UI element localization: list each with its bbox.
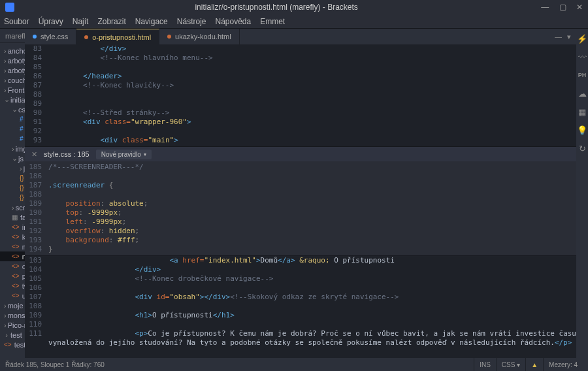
line-content[interactable]: } <box>48 245 576 254</box>
quick-edit-close-icon[interactable]: ✕ <box>31 150 37 159</box>
line-content[interactable]: left: -9999px; <box>48 218 576 227</box>
menu-najít[interactable]: Najít <box>73 17 89 26</box>
code-line[interactable]: vynaložená do jejího studování? Na tyto … <box>25 338 576 347</box>
file-modernizr-2.8.3-respond[interactable]: {}modernizr-2.8.3-respond <box>0 193 25 202</box>
tab-ukazky-kodu.html[interactable]: ukazky-kodu.html <box>159 29 240 44</box>
folder-js[interactable]: js <box>0 153 25 163</box>
file-prohlaseni-o-pristupnosti.h[interactable]: <>prohlaseni-o-pristupnosti.h <box>0 271 25 281</box>
line-content[interactable]: background: #fff; <box>48 236 576 245</box>
line-content[interactable]: <!--Střed stránky--> <box>48 108 576 118</box>
code-line[interactable]: 93 <div class="main"> <box>25 136 576 145</box>
line-content[interactable]: top: -9999px; <box>48 208 576 218</box>
code-line[interactable]: 90 <!--Střed stránky--> <box>25 108 576 118</box>
maximize-icon[interactable]: ▢ <box>559 3 566 12</box>
code-line[interactable]: 92 <box>25 127 576 136</box>
code-line[interactable]: 111 <p>Co je přístupnost? K čemu nám je … <box>25 329 576 338</box>
menu-nástroje[interactable]: Nástroje <box>177 17 206 26</box>
line-content[interactable] <box>48 145 576 146</box>
code-line[interactable]: 187.screenreader { <box>25 181 576 190</box>
code-line[interactable]: 83 </div> <box>25 44 576 54</box>
lint-warning-icon[interactable]: ▲ <box>525 358 543 371</box>
line-content[interactable]: <h1>O přístupnosti</h1> <box>48 311 576 320</box>
code-line[interactable]: 94 <box>25 145 576 146</box>
file-reset-grid-system.css[interactable]: #reset-grid-system.css <box>0 124 25 134</box>
code-line[interactable]: 192 overflow: hidden; <box>25 227 576 236</box>
line-content[interactable]: <a href="index.html">Domů</a> &raquo; O … <box>48 256 576 265</box>
folder-css[interactable]: css <box>0 105 25 114</box>
folder-monstra[interactable]: monstra <box>0 310 25 320</box>
code-line[interactable]: 193 background: #fff; <box>25 236 576 245</box>
code-line[interactable]: 91 <div class="wrapper-960"> <box>25 118 576 127</box>
indent-mode[interactable]: Mezery: 4 <box>543 358 583 371</box>
code-editor[interactable]: 83 </div>84 <!--Konec hlavního menu-->85… <box>25 44 576 146</box>
folder-Front-End-Development-Guide[interactable]: Front-End-Development-Guide <box>0 85 25 95</box>
line-content[interactable]: overflow: hidden; <box>48 227 576 236</box>
grid-icon[interactable]: ☁ <box>576 88 588 99</box>
file-kontakt.html[interactable]: <>kontakt.html <box>0 232 25 242</box>
line-content[interactable]: .screenreader { <box>48 181 576 190</box>
folder-jqueryvalidation[interactable]: jqueryvalidation <box>0 163 25 173</box>
line-content[interactable]: <div class="main"> <box>48 136 576 145</box>
line-content[interactable]: <!--Konec hlavního menu--> <box>48 54 576 63</box>
file-normalize.min.css[interactable]: #normalize.min.css <box>0 114 25 124</box>
file-ukazky-kodu.html[interactable]: <>ukazky-kodu.html <box>0 291 25 300</box>
ph-icon[interactable]: PH <box>576 69 588 81</box>
menu-úpravy[interactable]: Úpravy <box>39 17 63 26</box>
file-mains.js[interactable]: {}mains.js <box>0 183 25 193</box>
language-mode[interactable]: CSS ▾ <box>496 358 525 371</box>
line-content[interactable] <box>48 99 576 108</box>
menu-navigace[interactable]: Navigace <box>135 17 168 26</box>
code-line[interactable]: 108 <box>25 302 576 311</box>
checker-icon[interactable]: ▦ <box>576 106 588 118</box>
minimize-icon[interactable]: — <box>541 3 549 12</box>
folder-arbotyl[interactable]: arbotyl <box>0 56 25 65</box>
menu-nápověda[interactable]: Nápověda <box>215 17 251 26</box>
line-content[interactable] <box>48 90 576 99</box>
reload-icon[interactable]: ↻ <box>576 142 588 154</box>
close-icon[interactable]: ✕ <box>576 3 583 12</box>
line-content[interactable] <box>48 302 576 311</box>
new-rule-button[interactable]: Nové pravidlo <box>96 150 152 159</box>
folder-arbotyl-nahled[interactable]: arbotyl-nahled <box>0 65 25 75</box>
file-favicon.ico[interactable]: ▦favicon.ico <box>0 212 25 222</box>
collapse-icon[interactable]: — <box>555 33 562 40</box>
line-content[interactable]: </div> <box>48 44 576 54</box>
tab-style.css[interactable]: style.css <box>25 29 76 44</box>
menu-zobrazit[interactable]: Zobrazit <box>97 17 125 26</box>
code-editor-lower[interactable]: 103 <a href="index.html">Domů</a> &raquo… <box>25 256 576 358</box>
line-content[interactable]: <!--Konec hlavičky--> <box>48 81 576 90</box>
code-line[interactable]: 89 <box>25 99 576 108</box>
folder-img[interactable]: img <box>0 144 25 153</box>
quick-edit-code[interactable]: 185/*---SCREENREADER---*/186187.screenre… <box>25 161 576 255</box>
line-content[interactable]: </header> <box>48 72 576 81</box>
folder-Pico-master[interactable]: Pico-master <box>0 320 25 330</box>
code-line[interactable]: 194} <box>25 245 576 254</box>
code-line[interactable]: 84 <!--Konec hlavního menu--> <box>25 54 576 63</box>
code-line[interactable]: 189 position: absolute; <box>25 199 576 208</box>
code-line[interactable]: 110 <box>25 320 576 329</box>
line-content[interactable] <box>48 172 576 181</box>
folder-test[interactable]: test <box>0 330 25 340</box>
folder-anchor-cms-0.9.2[interactable]: anchor-cms-0.9.2 <box>0 46 25 56</box>
file-o-pristupnosti.html[interactable]: <>o-pristupnosti.html <box>0 261 25 271</box>
tab-o-pristupnosti.html[interactable]: o-pristupnosti.html <box>76 29 159 44</box>
line-content[interactable] <box>48 190 576 199</box>
file-style.css[interactable]: #style.css <box>0 134 25 144</box>
code-line[interactable]: 107 <div id="obsah"></div><!--Skokový od… <box>25 293 576 302</box>
file-testt.html[interactable]: <>testt.html <box>0 340 25 349</box>
code-line[interactable]: 87 <!--Konec hlavičky--> <box>25 81 576 90</box>
project-name[interactable]: marefly <box>5 32 25 40</box>
code-line[interactable]: 106 <box>25 283 576 293</box>
file-tvorba-pristupneho-webu.h[interactable]: <>tvorba-pristupneho-webu.h <box>0 281 25 291</box>
line-content[interactable] <box>48 320 576 329</box>
line-content[interactable]: <!--Konec drobečkové navigace--> <box>48 274 576 283</box>
line-content[interactable]: position: absolute; <box>48 199 576 208</box>
file-jquery-1.11.2.min.js[interactable]: {}jquery-1.11.2.min.js <box>0 173 25 183</box>
insert-mode[interactable]: INS <box>474 358 496 371</box>
folder-initializr[interactable]: initializr <box>0 95 25 105</box>
code-line[interactable]: 105 <!--Konec drobečkové navigace--> <box>25 274 576 283</box>
live-preview-icon[interactable]: ⚡ <box>576 33 588 44</box>
file-napoveda-klavesove-zkratk[interactable]: <>napoveda-klavesove-zkratk <box>0 251 25 261</box>
code-line[interactable]: 190 top: -9999px; <box>25 208 576 218</box>
code-line[interactable]: 103 <a href="index.html">Domů</a> &raquo… <box>25 256 576 265</box>
